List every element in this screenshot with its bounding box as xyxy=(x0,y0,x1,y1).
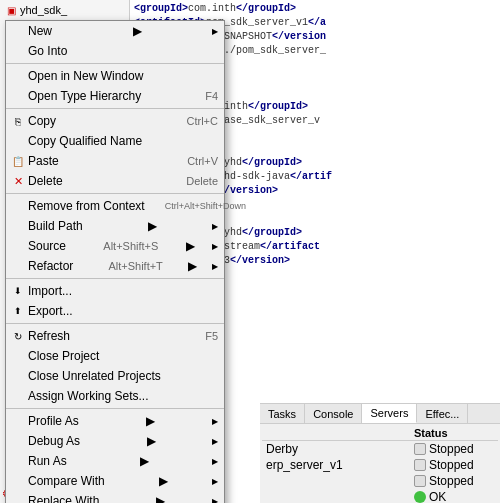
shortcut-refactor: Alt+Shift+T xyxy=(88,260,162,272)
shortcut-source: Alt+Shift+S xyxy=(83,240,158,252)
menu-item-delete[interactable]: ✕ Delete Delete xyxy=(6,171,224,191)
separator-6 xyxy=(6,408,224,409)
new-icon xyxy=(10,23,26,39)
menu-item-source[interactable]: Source Alt+Shift+S ▶ xyxy=(6,236,224,256)
context-menu-overlay: New ▶ Go Into Open in New Window Open Ty… xyxy=(0,0,500,503)
menu-item-open-type[interactable]: Open Type Hierarchy F4 xyxy=(6,86,224,106)
menu-item-assign-working[interactable]: Assign Working Sets... xyxy=(6,386,224,406)
paste-icon: 📋 xyxy=(10,153,26,169)
submenu-arrow-build: ▶ xyxy=(138,219,157,233)
menu-item-copy-qualified[interactable]: Copy Qualified Name xyxy=(6,131,224,151)
menu-item-paste[interactable]: 📋 Paste Ctrl+V xyxy=(6,151,224,171)
submenu-arrow-source: ▶ xyxy=(176,239,195,253)
menu-item-goto[interactable]: Go Into xyxy=(6,41,224,61)
separator-5 xyxy=(6,323,224,324)
shortcut-f4: F4 xyxy=(185,90,218,102)
menu-item-new[interactable]: New ▶ xyxy=(6,21,224,41)
submenu-arrow-compare: ▶ xyxy=(149,474,168,488)
copy-icon: ⎘ xyxy=(10,113,26,129)
separator-3 xyxy=(6,193,224,194)
context-menu: New ▶ Go Into Open in New Window Open Ty… xyxy=(5,20,225,503)
menu-item-profile-as[interactable]: Profile As ▶ xyxy=(6,411,224,431)
separator-1 xyxy=(6,63,224,64)
menu-item-remove-context[interactable]: Remove from Context Ctrl+Alt+Shift+Down xyxy=(6,196,224,216)
menu-item-close-unrelated[interactable]: Close Unrelated Projects xyxy=(6,366,224,386)
menu-item-compare-with[interactable]: Compare With ▶ xyxy=(6,471,224,491)
menu-item-export[interactable]: ⬆ Export... xyxy=(6,301,224,321)
shortcut-delete: Delete xyxy=(166,175,218,187)
menu-item-run-as[interactable]: Run As ▶ xyxy=(6,451,224,471)
delete-icon: ✕ xyxy=(10,173,26,189)
export-icon: ⬆ xyxy=(10,303,26,319)
shortcut-paste: Ctrl+V xyxy=(167,155,218,167)
menu-item-copy[interactable]: ⎘ Copy Ctrl+C xyxy=(6,111,224,131)
menu-item-refactor[interactable]: Refactor Alt+Shift+T ▶ xyxy=(6,256,224,276)
menu-item-import[interactable]: ⬇ Import... xyxy=(6,281,224,301)
menu-item-replace-with[interactable]: Replace With ▶ xyxy=(6,491,224,503)
submenu-arrow-debug: ▶ xyxy=(137,434,156,448)
submenu-arrow-profile: ▶ xyxy=(136,414,155,428)
submenu-arrow-refactor: ▶ xyxy=(178,259,197,273)
import-icon: ⬇ xyxy=(10,283,26,299)
separator-2 xyxy=(6,108,224,109)
menu-item-open-window[interactable]: Open in New Window xyxy=(6,66,224,86)
submenu-arrow-replace: ▶ xyxy=(146,494,165,503)
shortcut-copy: Ctrl+C xyxy=(167,115,218,127)
menu-item-refresh[interactable]: ↻ Refresh F5 xyxy=(6,326,224,346)
menu-item-debug-as[interactable]: Debug As ▶ xyxy=(6,431,224,451)
submenu-arrow-new: ▶ xyxy=(123,24,142,38)
shortcut-refresh: F5 xyxy=(185,330,218,342)
menu-item-close-project[interactable]: Close Project xyxy=(6,346,224,366)
menu-item-build-path[interactable]: Build Path ▶ xyxy=(6,216,224,236)
submenu-arrow-run: ▶ xyxy=(130,454,149,468)
shortcut-remove: Ctrl+Alt+Shift+Down xyxy=(145,201,246,211)
separator-4 xyxy=(6,278,224,279)
refresh-icon: ↻ xyxy=(10,328,26,344)
